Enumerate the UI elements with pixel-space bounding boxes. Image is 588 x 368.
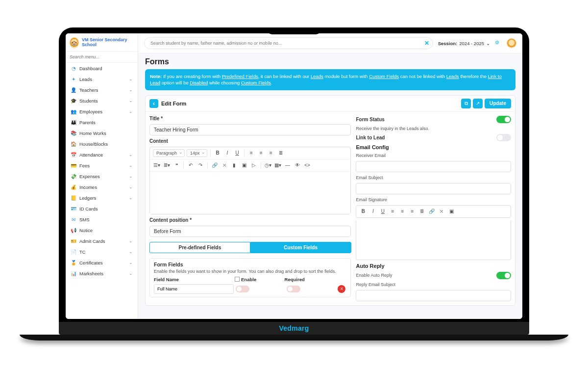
redo-icon[interactable]: ↷ [196, 161, 204, 169]
sidebar-item-house-blocks[interactable]: 🏠House/Blocks [66, 138, 138, 149]
sidebar-item-marksheets[interactable]: 📊Marksheets⌄ [66, 268, 138, 279]
signature-editor-area[interactable] [356, 221, 511, 260]
sidebar-item-teachers[interactable]: 👤Teachers⌄ [66, 84, 138, 95]
sig-image-icon[interactable]: ▣ [447, 208, 455, 215]
sidebar-item-ledgers[interactable]: 📒Ledgers⌄ [66, 192, 138, 203]
sidebar-item-leads[interactable]: ✦Leads⌄ [66, 74, 138, 84]
fontsize-select[interactable]: 14px [187, 149, 207, 157]
editor-content-area[interactable] [150, 172, 350, 214]
sidebar-item-parents[interactable]: 👪Parents [66, 117, 138, 128]
reply-email-subject-input[interactable] [356, 290, 511, 301]
page-title: Forms [145, 57, 515, 66]
unlink-icon[interactable]: ⤫ [220, 161, 228, 169]
menu-icon: 💳 [71, 162, 76, 168]
menu-icon: 👥 [71, 108, 76, 114]
content-position-input[interactable] [149, 226, 351, 237]
sidebar-item-id-cards[interactable]: 🪪ID Cards [66, 203, 138, 214]
sig-bold-icon[interactable]: B [359, 208, 367, 215]
update-button[interactable]: Update [485, 99, 511, 108]
unordered-list-icon[interactable]: ☰▾ [153, 161, 161, 169]
bookmark-icon[interactable]: ▮ [230, 161, 238, 169]
sig-align-center-icon[interactable]: ≡ [398, 208, 406, 215]
user-avatar[interactable] [507, 38, 516, 48]
menu-icon: 📊 [71, 270, 76, 276]
copy-icon[interactable]: ⧉ [461, 99, 471, 108]
field-name-input[interactable] [154, 284, 234, 294]
sidebar-menu: ◔Dashboard✦Leads⌄👤Teachers⌄🎓Students⌄👥Em… [66, 63, 138, 319]
align-justify-icon[interactable]: ≣ [277, 149, 285, 157]
back-button[interactable]: ‹ [149, 99, 158, 108]
sidebar-item-incomes[interactable]: 💰Incomes⌄ [66, 182, 138, 192]
align-right-icon[interactable]: ≡ [267, 149, 275, 157]
menu-label: Students [79, 98, 98, 104]
main-area: ✕ Session: 2024 - 2025 ⌄ ⚙ Forms [138, 33, 522, 319]
bold-icon[interactable]: B [214, 149, 221, 157]
sig-italic-icon[interactable]: I [369, 208, 377, 215]
sig-align-left-icon[interactable]: ≡ [389, 208, 396, 215]
school-logo-icon: 🏫 [70, 37, 79, 48]
search-clear-icon[interactable]: ✕ [424, 40, 429, 47]
italic-icon[interactable]: I [223, 149, 231, 157]
global-search-input[interactable] [144, 37, 433, 49]
sidebar-item-employees[interactable]: 👥Employees⌄ [66, 106, 138, 117]
sidebar-search-input[interactable] [66, 52, 138, 63]
menu-label: Admit Cards [79, 238, 105, 244]
sig-link-icon[interactable]: 🔗 [428, 208, 436, 215]
preview-icon[interactable]: 👁 [294, 161, 301, 169]
sig-align-right-icon[interactable]: ≡ [408, 208, 416, 215]
enable-all-checkbox[interactable] [235, 277, 240, 282]
menu-label: Certificates [79, 260, 103, 265]
sidebar-item-tc[interactable]: 📄TC⌄ [66, 246, 138, 257]
form-title-input[interactable] [149, 124, 351, 135]
sidebar-item-home-works[interactable]: 📚Home Works [66, 128, 138, 138]
sig-align-justify-icon[interactable]: ≣ [418, 208, 426, 215]
sidebar-item-expenses[interactable]: 💸Expenses⌄ [66, 171, 138, 182]
open-external-icon[interactable]: ↗ [473, 99, 483, 108]
receiver-email-input[interactable] [356, 161, 511, 172]
sidebar-item-certificates[interactable]: 🏅Certificates⌄ [66, 257, 138, 268]
align-center-icon[interactable]: ≡ [257, 149, 265, 157]
required-toggle[interactable] [287, 286, 300, 292]
menu-icon: 🪪 [71, 206, 76, 211]
chevron-down-icon: ⌄ [129, 77, 133, 81]
link-icon[interactable]: 🔗 [211, 161, 219, 169]
tab-predefined-fields[interactable]: Pre-defined Fields [149, 242, 250, 253]
link-to-lead-toggle[interactable] [496, 134, 511, 141]
laptop-brand-bar: Vedmarg [59, 322, 529, 335]
content-position-label: Content position * [149, 217, 351, 223]
title-label: Title * [149, 116, 351, 121]
paragraph-select[interactable]: Paragraph [153, 149, 185, 157]
signature-toolbar: B I U ≡ ≡ ≡ ≣ 🔗 ⤫ ▣ [356, 205, 511, 218]
video-icon[interactable]: ▷ [250, 161, 258, 169]
align-left-icon[interactable]: ≡ [247, 149, 255, 157]
sidebar-item-admit-cards[interactable]: 🎫Admit Cards⌄ [66, 236, 138, 246]
sidebar-item-dashboard[interactable]: ◔Dashboard [66, 63, 138, 74]
code-icon[interactable]: <> [303, 161, 311, 169]
image-icon[interactable]: ▣ [240, 161, 248, 169]
sidebar-item-students[interactable]: 🎓Students⌄ [66, 95, 138, 106]
menu-label: Parents [79, 120, 96, 125]
sidebar-item-sms[interactable]: ✉SMS [66, 214, 138, 225]
enable-toggle[interactable] [236, 286, 249, 292]
session-selector[interactable]: Session: 2024 - 2025 ⌄ [438, 41, 490, 46]
ordered-list-icon[interactable]: ≣▾ [163, 161, 171, 169]
sidebar-item-notice[interactable]: 📢Notice [66, 225, 138, 236]
sidebar-item-attendance[interactable]: 📅Attendance⌄ [66, 149, 138, 160]
form-status-toggle[interactable] [496, 116, 511, 123]
hr-icon[interactable]: — [284, 161, 292, 169]
underline-icon[interactable]: U [233, 149, 241, 157]
tab-custom-fields[interactable]: Custom Fields [250, 242, 351, 253]
table-icon[interactable]: ▦▾ [274, 161, 282, 169]
email-subject-label: Email Subject [356, 175, 511, 180]
delete-row-button[interactable]: X [338, 285, 345, 293]
menu-label: Notice [79, 228, 93, 233]
sig-unlink-icon[interactable]: ⤫ [438, 208, 445, 215]
auto-reply-toggle[interactable] [496, 272, 511, 279]
email-subject-input[interactable] [356, 183, 511, 194]
clock-icon[interactable]: ◷▾ [264, 161, 272, 169]
settings-gear-icon[interactable]: ⚙ [495, 40, 502, 47]
undo-icon[interactable]: ↶ [187, 161, 195, 169]
sidebar-item-fees[interactable]: 💳Fees⌄ [66, 160, 138, 171]
quote-icon[interactable]: ❝ [172, 161, 180, 169]
sig-underline-icon[interactable]: U [379, 208, 387, 215]
